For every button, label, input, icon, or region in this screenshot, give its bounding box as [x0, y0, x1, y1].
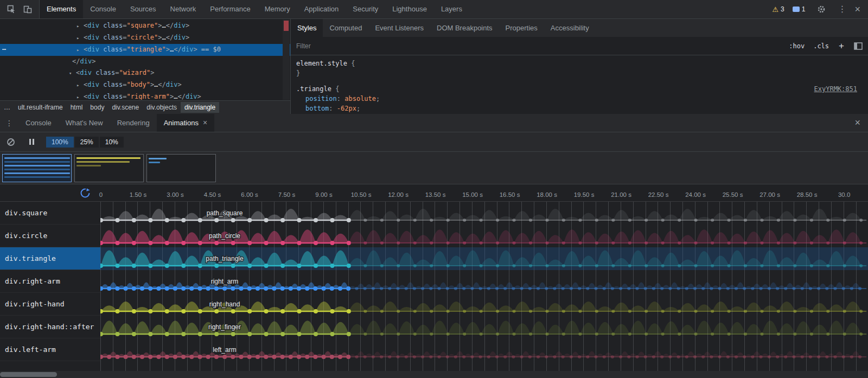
track-canvas[interactable]	[100, 361, 868, 371]
css-selector-line[interactable]: element.style {	[296, 59, 857, 68]
drawer-tab-console[interactable]: Console	[18, 114, 59, 132]
track-row-div-square[interactable]: div.squarepath_square	[0, 202, 868, 225]
track-row-div-right-arm[interactable]: div.right-armright_arm	[0, 270, 868, 293]
track-row-div-left-arm[interactable]: div.left-armleft_arm	[0, 338, 868, 361]
track-row-div-right-hand-after[interactable]: div.right-hand::afterright_finger	[0, 316, 868, 338]
tab-performance[interactable]: Performance	[203, 0, 257, 18]
speed-button-100[interactable]: 100%	[46, 137, 74, 148]
tab-network[interactable]: Network	[163, 0, 203, 18]
dom-tree-node-square[interactable]: ▸<div class="square">…</div>	[0, 20, 290, 32]
dom-tree-node-body[interactable]: ▸<div class="body">…</div>	[0, 79, 290, 91]
css-rules: element.style {}.triangle {ExyYRMK:851po…	[291, 55, 868, 114]
time-tick-label: 24.00 s	[685, 191, 706, 198]
track-canvas[interactable]: path_circle	[100, 225, 868, 247]
expand-arrow-icon[interactable]: ▸	[76, 44, 84, 56]
tab-console[interactable]: Console	[83, 0, 123, 18]
styles-tab-accessibility[interactable]: Accessibility	[544, 19, 596, 37]
track-canvas[interactable]: right_finger	[100, 316, 868, 338]
warning-badge[interactable]: ⚠ 3	[772, 5, 784, 14]
close-icon[interactable]: ×	[854, 4, 860, 14]
speed-button-10[interactable]: 10%	[100, 137, 124, 148]
breadcrumb-item[interactable]: body	[86, 102, 108, 113]
pause-button[interactable]	[29, 139, 34, 145]
expand-arrow-icon[interactable]: ▸	[76, 80, 84, 91]
track-row-div-right-hand[interactable]: div.right-handright_hand	[0, 293, 868, 316]
collapse-sidebar-icon[interactable]	[854, 42, 863, 50]
dom-tree-node-right-arm[interactable]: ▸<div class="right-arm">…</div>	[0, 91, 290, 100]
track-row-div-circle[interactable]: div.circlepath_circle	[0, 225, 868, 247]
track-canvas[interactable]: left_arm	[100, 338, 868, 361]
device-toolbar-icon[interactable]	[20, 2, 36, 16]
styles-tab-computed[interactable]: Computed	[323, 19, 368, 37]
dom-tree-node-triangle[interactable]: ⋯▸<div class="triangle">…</div> == $0	[0, 44, 290, 56]
css-source-link[interactable]: ExyYRMK:851	[814, 84, 857, 94]
tab-elements[interactable]: Elements	[40, 0, 83, 18]
breadcrumb-item[interactable]: div.scene	[108, 102, 143, 113]
track-canvas[interactable]: path_triangle	[100, 247, 868, 270]
breadcrumb-item[interactable]: …	[0, 102, 14, 113]
tab-lighthouse[interactable]: Lighthouse	[385, 0, 434, 18]
gear-icon[interactable]	[813, 2, 829, 16]
tab-layers[interactable]: Layers	[434, 0, 469, 18]
track-node-label[interactable]: div.triangle	[0, 247, 100, 270]
styles-tab-styles[interactable]: Styles	[291, 19, 323, 37]
expand-arrow-icon[interactable]: ▸	[76, 21, 84, 32]
css-property[interactable]: bottom: -62px;	[296, 104, 857, 113]
horizontal-scrollbar-thumb[interactable]	[0, 372, 57, 377]
animation-group-preview-3[interactable]	[146, 154, 216, 182]
css-selector-line[interactable]: .triangle {ExyYRMK:851	[296, 84, 857, 94]
track-row[interactable]	[0, 361, 868, 371]
replay-button[interactable]	[80, 188, 91, 198]
styles-tab-event-listeners[interactable]: Event Listeners	[368, 19, 430, 37]
breadcrumb-item[interactable]: html	[67, 102, 87, 113]
tab-memory[interactable]: Memory	[258, 0, 297, 18]
animation-group-preview-1[interactable]	[2, 154, 72, 182]
message-badge[interactable]: 1	[793, 5, 806, 13]
class-toggle[interactable]: .cls	[813, 42, 829, 50]
styles-tab-dom-breakpoints[interactable]: DOM Breakpoints	[430, 19, 499, 37]
track-node-label[interactable]: div.square	[0, 202, 100, 225]
kebab-menu-icon[interactable]: ⋮	[838, 5, 846, 14]
tab-security[interactable]: Security	[346, 0, 385, 18]
track-row-div-triangle[interactable]: div.trianglepath_triangle	[0, 247, 868, 270]
track-node-label[interactable]	[0, 361, 100, 371]
scrollbar-thumb[interactable]	[284, 21, 289, 31]
node-menu-icon[interactable]: ⋯	[2, 44, 5, 55]
speed-button-25[interactable]: 25%	[75, 137, 99, 148]
breadcrumb-item[interactable]: div.triangle	[181, 102, 219, 113]
breadcrumb-item[interactable]: div.objects	[143, 102, 181, 113]
dom-tree-node-circle[interactable]: ▸<div class="circle">…</div>	[0, 32, 290, 44]
clear-all-icon[interactable]	[7, 138, 15, 146]
dom-tree-node[interactable]: </div>	[0, 56, 290, 67]
animation-group-preview-2[interactable]	[74, 154, 144, 182]
track-node-label[interactable]: div.circle	[0, 225, 100, 247]
filter-input[interactable]	[296, 42, 780, 50]
drawer-tab-what-s-new[interactable]: What's New	[59, 114, 110, 132]
tab-sources[interactable]: Sources	[123, 0, 163, 18]
track-node-label[interactable]: div.left-arm	[0, 338, 100, 361]
drawer-tab-animations[interactable]: Animations×	[157, 114, 215, 132]
expand-arrow-icon[interactable]: ▸	[76, 92, 84, 100]
hover-state-toggle[interactable]: :hov	[789, 42, 805, 50]
track-canvas[interactable]: path_square	[100, 202, 868, 225]
dom-tree-node-wizard[interactable]: ▾<div class="wizard">	[0, 67, 290, 79]
new-style-rule-button[interactable]: +	[839, 41, 844, 52]
close-tab-icon[interactable]: ×	[203, 114, 207, 132]
scrollbar[interactable]	[283, 20, 290, 100]
tab-application[interactable]: Application	[297, 0, 346, 18]
expand-arrow-icon[interactable]: ▸	[76, 33, 84, 44]
drawer-tab-rendering[interactable]: Rendering	[110, 114, 157, 132]
track-node-label[interactable]: div.right-arm	[0, 270, 100, 293]
drawer-menu-icon[interactable]: ⋮	[0, 119, 18, 127]
styles-tab-properties[interactable]: Properties	[499, 19, 544, 37]
track-node-label[interactable]: div.right-hand::after	[0, 316, 100, 338]
breadcrumb-item[interactable]: ult.result-iframe	[14, 102, 67, 113]
drawer-close-icon[interactable]: ×	[847, 117, 868, 129]
expand-arrow-open-icon[interactable]: ▾	[69, 68, 76, 79]
track-node-label[interactable]: div.right-hand	[0, 293, 100, 316]
horizontal-scrollbar[interactable]	[0, 371, 868, 378]
inspect-icon[interactable]	[3, 2, 20, 16]
track-canvas[interactable]: right_arm	[100, 270, 868, 293]
track-canvas[interactable]: right_hand	[100, 293, 868, 316]
css-property[interactable]: position: absolute;	[296, 94, 857, 104]
